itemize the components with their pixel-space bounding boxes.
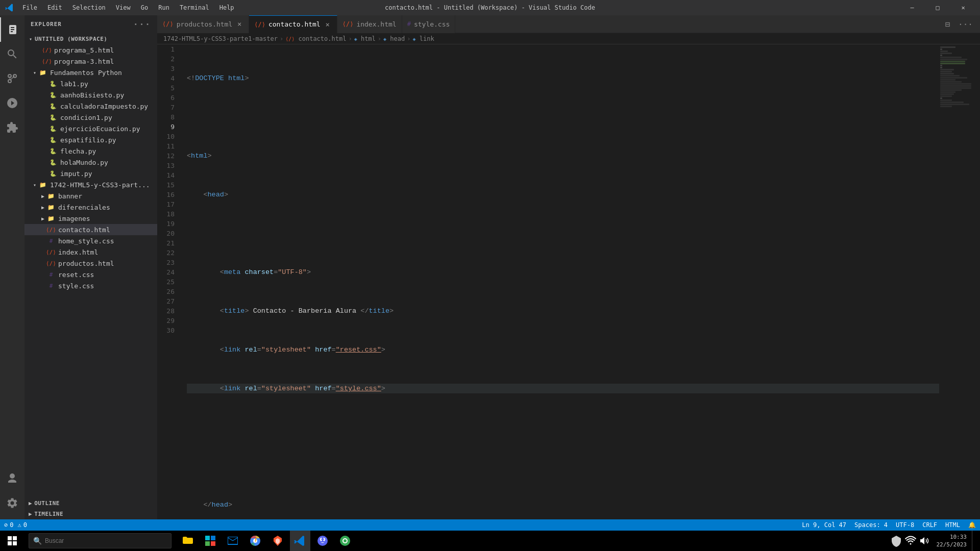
list-item[interactable]: ▾ 📁 1742-HTML5-y-CSS3-part... [24,179,157,190]
code-token: < [220,384,224,393]
menu-run[interactable]: Run [154,3,174,12]
list-item[interactable]: ▶ 🐍 lab1.py [24,78,157,89]
folder-chevron-icon: ▾ [31,181,39,189]
taskbar-chrome[interactable] [245,531,265,551]
list-item[interactable]: ▶ 📁 imagenes [24,213,157,224]
tab-label: productos.html [177,20,233,28]
tab-close-icon[interactable]: × [324,20,332,29]
activity-explorer-icon[interactable] [0,17,24,42]
more-actions-icon[interactable]: ··· [955,18,976,30]
menu-go[interactable]: Go [137,3,152,12]
minimize-button[interactable]: ― [900,0,924,15]
menu-edit[interactable]: Edit [43,3,66,12]
list-item[interactable]: ▶ ⟨/⟩ contacto.html [24,224,157,235]
tab-productos[interactable]: ⟨/⟩ productos.html × [157,15,249,33]
list-item[interactable]: ▶ ⟨/⟩ programa-3.html [24,56,157,67]
explorer-menu-button[interactable]: ··· [133,19,151,29]
tab-contacto[interactable]: ⟨/⟩ contacto.html × [249,15,337,33]
windows-start-button[interactable] [0,531,24,551]
taskbar-tray-wifi[interactable] [904,535,917,547]
code-editor[interactable]: 1 2 3 4 5 6 7 8 9 10 11 12 13 14 15 16 1… [157,44,980,519]
list-item[interactable]: ▶ # style.css [24,280,157,291]
py-file-icon: 🐍 [49,102,57,110]
activity-extensions-icon[interactable] [0,115,24,140]
folder-icon: 📁 [47,192,55,200]
status-position[interactable]: Ln 9, Col 47 [798,519,850,531]
activity-debug-icon[interactable] [0,91,24,115]
svg-rect-0 [205,536,210,540]
tab-close-icon[interactable]: × [235,20,243,28]
breadcrumb-part-3[interactable]: ◈ head [383,35,405,42]
taskbar-discord[interactable] [312,531,333,551]
list-item[interactable]: ▶ 📁 diferenciales [24,202,157,213]
taskbar-tray-antivirus[interactable] [890,535,902,547]
close-button[interactable]: ✕ [951,0,975,15]
tab-style[interactable]: # style.css [402,15,456,33]
taskbar-brave[interactable] [267,531,288,551]
code-content[interactable]: <!DOCTYPE html> <html> <head> <meta char… [183,44,939,519]
workspace-header[interactable]: ▾ UNTITLED (WORKSPACE) [24,33,157,44]
breadcrumb-part-1[interactable]: ⟨/⟩ contacto.html [285,35,346,42]
status-bell[interactable]: 🔔 [964,519,980,531]
status-encoding[interactable]: UTF-8 [892,519,918,531]
tab-label: index.html [356,20,396,28]
list-item[interactable]: ▶ ⟨/⟩ index.html [24,246,157,258]
list-item[interactable]: ▶ 🐍 calculadoraImpuesto.py [24,101,157,112]
taskbar-file-explorer[interactable] [178,531,198,551]
list-item[interactable]: ▶ ⟨/⟩ programa_5.html [24,44,157,56]
status-errors[interactable]: ⊘ 0 ⚠ 0 [0,519,31,531]
menu-help[interactable]: Help [215,3,238,12]
minimap-line [940,61,965,62]
taskbar-store[interactable] [200,531,220,551]
list-item[interactable]: ▶ 📁 banner [24,190,157,202]
list-item[interactable]: ▶ 🐍 ejercicioEcuacion.py [24,123,157,134]
list-item[interactable]: ▶ 🐍 imput.py [24,168,157,179]
list-item[interactable]: ▶ 🐍 espatifilio.py [24,134,157,145]
minimap-line [940,93,954,95]
code-token [187,306,220,316]
taskbar-tray-sound[interactable] [919,535,931,547]
list-item[interactable]: ▶ 🐍 condicion1.py [24,112,157,123]
activity-search-icon[interactable] [0,42,24,66]
code-token: Contacto - Barberia Alura [249,306,361,316]
menu-view[interactable]: View [112,3,135,12]
taskbar-chrome2[interactable] [335,531,355,551]
code-token: href [315,384,331,393]
menu-selection[interactable]: Selection [68,3,110,12]
activity-settings-icon[interactable] [0,491,24,515]
list-item[interactable]: ▶ 🐍 holaMundo.py [24,157,157,168]
breadcrumb-part-4[interactable]: ◈ link [412,35,434,42]
taskbar-show-desktop[interactable] [972,531,976,551]
svg-point-6 [317,536,328,546]
outline-section[interactable]: ▶ OUTLINE [24,498,157,509]
tab-index[interactable]: ⟨/⟩ index.html [337,15,402,33]
list-item[interactable]: ▶ ⟨/⟩ productos.html [24,258,157,269]
file-label: programa_5.html [54,46,114,54]
list-item[interactable]: ▶ # reset.css [24,269,157,280]
maximize-button[interactable]: □ [926,0,949,15]
folder-chevron-icon: ▶ [39,192,47,200]
taskbar-search-box[interactable]: 🔍 [29,533,172,548]
code-token: > [228,500,232,510]
list-item[interactable]: ▶ # home_style.css [24,235,157,246]
split-editor-icon[interactable]: ⊟ [942,18,953,30]
menu-terminal[interactable]: Terminal [176,3,213,12]
taskbar-search-input[interactable] [45,537,167,544]
breadcrumb-part-2[interactable]: ◈ html [354,35,376,42]
status-eol[interactable]: CRLF [918,519,941,531]
taskbar-vscode[interactable] [290,531,310,551]
list-item[interactable]: ▶ 🐍 aanhoBisiesto.py [24,89,157,101]
list-item[interactable]: ▶ 🐍 flecha.py [24,145,157,157]
timeline-section[interactable]: ▶ TIMELINE [24,509,157,519]
activity-account-icon[interactable] [0,466,24,491]
title-bar-menu[interactable]: File Edit Selection View Go Run Terminal… [18,3,238,12]
list-item[interactable]: ▾ 📁 Fundamentos Python [24,67,157,78]
folder-label: 1742-HTML5-y-CSS3-part... [50,181,150,189]
taskbar-mail[interactable] [223,531,243,551]
system-clock[interactable]: 10:33 22/5/2023 [933,533,970,549]
breadcrumb-part-0[interactable]: 1742-HTML5-y-CSS3-parte1-master [163,35,278,42]
menu-file[interactable]: File [18,3,41,12]
status-language[interactable]: HTML [941,519,964,531]
status-spaces[interactable]: Spaces: 4 [850,519,892,531]
activity-source-control-icon[interactable] [0,66,24,91]
